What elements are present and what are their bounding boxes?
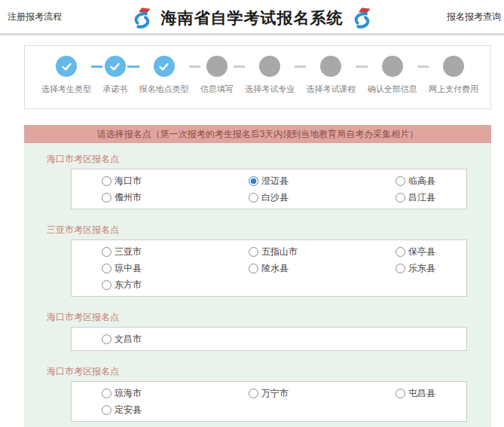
step-label: 网上支付费用: [429, 84, 478, 95]
registration-point-radio[interactable]: [102, 280, 111, 290]
registration-point-option[interactable]: 陵水县: [249, 261, 396, 276]
step-circle: [154, 56, 175, 77]
registration-point-label: 澄迈县: [261, 173, 289, 188]
registration-point-label: 陵水县: [261, 261, 289, 276]
registration-point-option[interactable]: 琼海市: [102, 386, 249, 401]
registration-point-option[interactable]: 乐东县: [396, 261, 459, 276]
registration-point-label: 临高县: [408, 173, 435, 188]
registration-point-label: 乐东县: [408, 261, 435, 276]
registration-point-options: 三亚市 五指山市 保亭县 琼中县 陵水县 乐东县 东方市: [71, 239, 467, 297]
stepper-step: 确认全部信息: [368, 56, 417, 95]
step-label: 信息填写: [200, 84, 234, 95]
site-title: 海南省自学考试报名系统: [161, 8, 344, 29]
registration-point-label: 海口市: [115, 173, 142, 188]
registration-point-label: 儋州市: [115, 190, 142, 205]
registration-point-label: 万宁市: [261, 386, 289, 401]
registration-point-radio[interactable]: [396, 247, 405, 257]
step-circle: [259, 56, 280, 77]
registration-point-option[interactable]: 琼中县: [102, 261, 249, 276]
registration-point-radio[interactable]: [102, 264, 111, 273]
registration-point-radio[interactable]: [249, 264, 258, 273]
stepper-step: 网上支付费用: [429, 56, 478, 95]
registration-point-radio[interactable]: [396, 264, 405, 273]
nav-link-registration-process[interactable]: 注册报考流程: [8, 11, 62, 23]
step-label: 选择考试课程: [306, 84, 356, 95]
site-title-group: 海南省自学考试报名系统: [133, 0, 372, 35]
registration-point-radio[interactable]: [396, 389, 405, 398]
registration-point-option[interactable]: 三亚市: [102, 244, 249, 259]
step-circle: [382, 56, 403, 77]
exam-area-group: 海口市考区报名点 文昌市: [24, 307, 491, 351]
stepper-step: 信息填写: [200, 56, 234, 95]
site-logo-icon: [353, 7, 372, 29]
stepper-step: 选择考生类型: [41, 56, 91, 95]
registration-point-panel: 海口市考区报名点 海口市 澄迈县 临高县 儋州市 白沙县 昌江县 三亚市考区报名…: [24, 143, 491, 427]
registration-point-options: 海口市 澄迈县 临高县 儋州市 白沙县 昌江县: [71, 169, 467, 209]
registration-point-option[interactable]: 定安县: [102, 402, 249, 417]
exam-area-group-title: 海口市考区报名点: [47, 307, 491, 322]
registration-point-options: 琼海市 万宁市 屯昌县 定安县: [71, 381, 467, 422]
registration-point-label: 琼中县: [115, 261, 142, 276]
exam-area-group-title: 三亚市考区报名点: [47, 220, 491, 235]
registration-point-label: 定安县: [115, 402, 142, 417]
registration-point-radio[interactable]: [249, 176, 258, 186]
step-label: 报名地点类型: [139, 84, 189, 95]
registration-point-option[interactable]: 五指山市: [249, 244, 396, 259]
site-logo-icon: [133, 7, 152, 29]
step-connector: [234, 66, 245, 68]
registration-point-option[interactable]: 屯昌县: [396, 386, 459, 401]
registration-point-radio[interactable]: [102, 176, 111, 186]
registration-point-option[interactable]: 临高县: [396, 173, 459, 188]
step-connector: [417, 66, 429, 68]
registration-point-radio[interactable]: [249, 247, 258, 257]
registration-point-label: 屯昌县: [408, 386, 435, 401]
registration-point-radio[interactable]: [396, 176, 405, 186]
registration-point-option[interactable]: 澄迈县: [249, 173, 396, 188]
registration-point-option[interactable]: 文昌市: [102, 331, 249, 346]
exam-area-group: 三亚市考区报名点 三亚市 五指山市 保亭县 琼中县 陵水县 乐东县 东方市: [24, 220, 491, 297]
stepper-step: 承诺书: [102, 56, 127, 95]
registration-point-option[interactable]: 海口市: [102, 173, 249, 188]
registration-point-radio[interactable]: [249, 193, 258, 203]
progress-stepper: 选择考生类型 承诺书 报名地点类型 信息填写 选: [24, 45, 491, 109]
step-label: 选择考生类型: [41, 84, 91, 95]
registration-point-option[interactable]: 儋州市: [102, 190, 249, 205]
step-circle: [320, 56, 341, 77]
site-header: 注册报考流程 海南省自学考试报名系统 报名报考查询: [0, 0, 504, 35]
exam-area-group: 海口市考区报名点 海口市 澄迈县 临高县 儋州市 白沙县 昌江县: [24, 149, 491, 209]
registration-point-radio[interactable]: [102, 193, 111, 203]
registration-point-groups: 海口市考区报名点 海口市 澄迈县 临高县 儋州市 白沙县 昌江县 三亚市考区报名…: [24, 149, 491, 422]
registration-point-radio[interactable]: [102, 405, 111, 415]
check-icon: [60, 60, 73, 73]
step-circle: [206, 56, 228, 77]
registration-point-options: 文昌市: [71, 327, 467, 351]
registration-point-label: 文昌市: [115, 331, 142, 346]
registration-point-label: 五指山市: [261, 244, 298, 259]
registration-point-option[interactable]: 白沙县: [249, 190, 396, 205]
registration-point-radio[interactable]: [102, 247, 111, 257]
step-connector: [189, 66, 200, 68]
nav-link-enrollment-query[interactable]: 报名报考查询: [447, 11, 501, 23]
registration-point-radio[interactable]: [249, 389, 258, 398]
registration-point-label: 琼海市: [115, 386, 142, 401]
step-circle: [443, 56, 464, 77]
check-icon: [108, 60, 121, 73]
step-circle: [56, 56, 77, 77]
step-label: 确认全部信息: [368, 84, 417, 95]
step-connector: [127, 66, 139, 68]
registration-point-radio[interactable]: [102, 334, 111, 344]
exam-area-group-title: 海口市考区报名点: [47, 361, 491, 377]
registration-point-option[interactable]: 东方市: [102, 277, 249, 292]
registration-point-radio[interactable]: [102, 389, 111, 398]
step-connector: [356, 66, 367, 68]
step-connector: [295, 66, 306, 68]
registration-point-label: 三亚市: [115, 244, 142, 259]
instruction-banner: 请选择报名点（第一次报考的考生报名后3天内须到当地教育局自考办采集相片）: [24, 125, 491, 143]
stepper-step: 选择考试课程: [306, 56, 356, 95]
registration-point-option[interactable]: 昌江县: [396, 190, 459, 205]
registration-point-label: 保亭县: [408, 244, 435, 259]
stepper-step: 报名地点类型: [139, 56, 189, 95]
registration-point-radio[interactable]: [396, 193, 405, 203]
registration-point-option[interactable]: 万宁市: [249, 386, 396, 401]
registration-point-option[interactable]: 保亭县: [396, 244, 459, 259]
